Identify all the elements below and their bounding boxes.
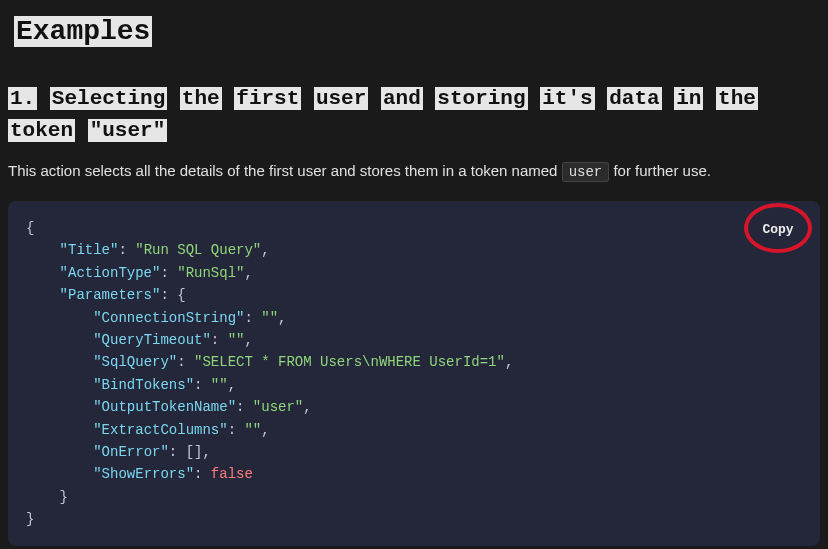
example-description: This action selects all the details of t… (8, 160, 820, 183)
desc-post: for further use. (613, 162, 711, 179)
code-pre: { "Title": "Run SQL Query", "ActionType"… (26, 217, 802, 530)
heading-word: storing (435, 87, 527, 110)
copy-button-wrap: Copy (748, 209, 808, 249)
heading-word: 1. (8, 87, 37, 110)
heading-word: and (381, 87, 423, 110)
heading-word: "user" (88, 119, 168, 142)
heading-word: the (180, 87, 222, 110)
heading-word: user (314, 87, 368, 110)
example-heading: 1. Selecting the first user and storing … (8, 83, 820, 146)
inline-code-token: user (562, 162, 610, 182)
heading-word: Selecting (50, 87, 167, 110)
heading-word: the (716, 87, 758, 110)
heading-word: first (234, 87, 301, 110)
heading-word: data (607, 87, 661, 110)
heading-word: in (674, 87, 703, 110)
code-block: Copy { "Title": "Run SQL Query", "Action… (8, 201, 820, 546)
heading-word: it's (540, 87, 594, 110)
desc-pre: This action selects all the details of t… (8, 162, 562, 179)
copy-button[interactable]: Copy (754, 218, 801, 241)
page-heading: Examples (14, 16, 152, 47)
heading-word: token (8, 119, 75, 142)
